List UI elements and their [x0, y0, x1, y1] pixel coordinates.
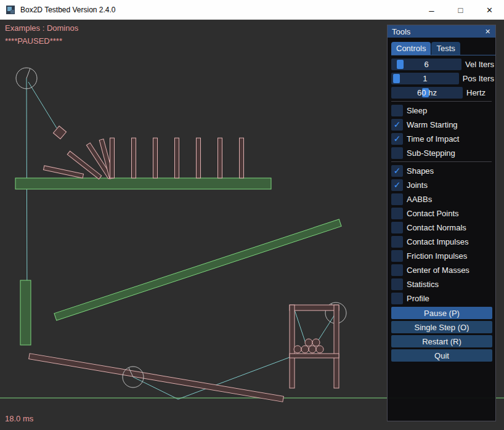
checkbox-label: Contact Points [407, 208, 459, 219]
tools-close-icon[interactable]: ✕ [483, 27, 492, 36]
checkbox-joints[interactable]: ✓ Joints [391, 179, 494, 191]
checkbox-box [391, 264, 403, 276]
slider-value: 6 [391, 59, 461, 70]
tab-tests[interactable]: Tests [431, 42, 460, 55]
window-titlebar[interactable]: Box2D Testbed Version 2.4.0 – □ ✕ [0, 0, 504, 20]
seesaw-plank [29, 354, 284, 402]
slider-label: Hertz [466, 87, 486, 99]
paused-label: ****PAUSED**** [5, 36, 62, 46]
separator [391, 161, 492, 162]
checkbox-contact-impulses[interactable]: Contact Impulses [391, 236, 494, 248]
hertz-slider[interactable]: 60 hz [391, 87, 463, 99]
slider-label: Vel Iters [465, 59, 494, 70]
checkbox-box: ✓ [391, 179, 403, 191]
cradle-balls [294, 339, 323, 353]
tools-content: 6 Vel Iters 1 Pos Iters 60 hz Hertz [388, 55, 495, 362]
checkbox-shapes[interactable]: ✓ Shapes [391, 165, 494, 177]
checkbox-label: AABBs [407, 193, 432, 205]
checkbox-box [391, 222, 403, 233]
checkbox-box: ✓ [391, 133, 403, 145]
checkbox-box [391, 105, 403, 116]
slider-row-hertz[interactable]: 60 hz Hertz [391, 87, 494, 99]
checkbox-contact-normals[interactable]: Contact Normals [391, 222, 494, 233]
checkbox-label: Statistics [407, 278, 439, 290]
fallen-dominos [43, 139, 113, 179]
tools-title-text: Tools [392, 27, 410, 36]
restart-button[interactable]: Restart (R) [391, 335, 492, 347]
quit-button[interactable]: Quit [391, 349, 492, 362]
swinging-box [53, 126, 66, 139]
checkbox-contact-points[interactable]: Contact Points [391, 208, 494, 219]
app-window: Box2D Testbed Version 2.4.0 – □ ✕ [0, 0, 504, 430]
checkbox-friction-impulses[interactable]: Friction Impulses [391, 250, 494, 262]
check-mark: ✓ [394, 119, 401, 131]
checkbox-aabbs[interactable]: AABBs [391, 193, 494, 205]
window-title: Box2D Testbed Version 2.4.0 [20, 6, 116, 14]
checkbox-box [391, 147, 403, 159]
checkbox-profile[interactable]: Profile [391, 293, 494, 304]
checkbox-statistics[interactable]: Statistics [391, 278, 494, 290]
single-step-button[interactable]: Single Step (O) [391, 321, 492, 333]
checkbox-box [391, 208, 403, 219]
tools-window: Tools ✕ Controls Tests 6 Vel Iters 1 [387, 25, 496, 421]
pos-iters-slider[interactable]: 1 [391, 73, 459, 84]
checkbox-label: Friction Impulses [407, 250, 467, 262]
checkbox-box [391, 250, 403, 262]
slider-row-vel-iters[interactable]: 6 Vel Iters [391, 59, 494, 70]
checkbox-box: ✓ [391, 165, 403, 177]
frame-time-label: 18.0 ms [5, 414, 33, 423]
separator [391, 101, 492, 102]
checkbox-sub-stepping[interactable]: Sub-Stepping [391, 147, 494, 159]
checkbox-label: Sleep [407, 105, 427, 116]
close-button[interactable]: ✕ [475, 0, 504, 20]
checkbox-box [391, 236, 403, 248]
app-icon [6, 5, 15, 15]
tools-titlebar[interactable]: Tools ✕ [388, 25, 495, 38]
check-mark: ✓ [394, 179, 401, 191]
checkbox-box: ✓ [391, 119, 403, 131]
checkbox-label: Time of Impact [407, 133, 459, 145]
maximize-button[interactable]: □ [446, 0, 475, 20]
slider-row-pos-iters[interactable]: 1 Pos Iters [391, 73, 494, 84]
vertical-block [20, 280, 31, 345]
pause-button[interactable]: Pause (P) [391, 307, 492, 319]
checkbox-label: Warm Starting [407, 119, 458, 131]
checkbox-center-of-masses[interactable]: Center of Masses [391, 264, 494, 276]
slider-value: 60 hz [391, 87, 463, 99]
checkbox-box [391, 293, 403, 304]
tab-controls[interactable]: Controls [391, 42, 431, 55]
check-mark: ✓ [394, 165, 401, 177]
checkbox-warm-starting[interactable]: ✓ Warm Starting [391, 119, 494, 131]
slider-label: Pos Iters [463, 73, 494, 84]
checkbox-box [391, 193, 403, 205]
vel-iters-slider[interactable]: 6 [391, 59, 461, 70]
standing-dominos [110, 138, 244, 178]
checkbox-label: Sub-Stepping [407, 147, 455, 159]
domino-platform [15, 178, 271, 189]
tools-tabbar: Controls Tests [391, 42, 495, 55]
checkbox-time-of-impact[interactable]: ✓ Time of Impact [391, 133, 494, 145]
example-label: Examples : Dominos [5, 23, 78, 33]
checkbox-label: Contact Normals [407, 222, 466, 233]
window-controls: – □ ✕ [417, 0, 504, 20]
checkbox-label: Shapes [407, 165, 434, 177]
checkbox-label: Center of Masses [407, 264, 469, 276]
checkbox-label: Contact Impulses [407, 236, 468, 248]
checkbox-sleep[interactable]: Sleep [391, 105, 494, 116]
minimize-button[interactable]: – [417, 0, 446, 22]
check-mark: ✓ [394, 133, 401, 145]
slider-value: 1 [391, 73, 459, 84]
checkbox-box [391, 278, 403, 290]
checkbox-label: Joints [407, 179, 428, 191]
checkbox-label: Profile [407, 293, 429, 304]
